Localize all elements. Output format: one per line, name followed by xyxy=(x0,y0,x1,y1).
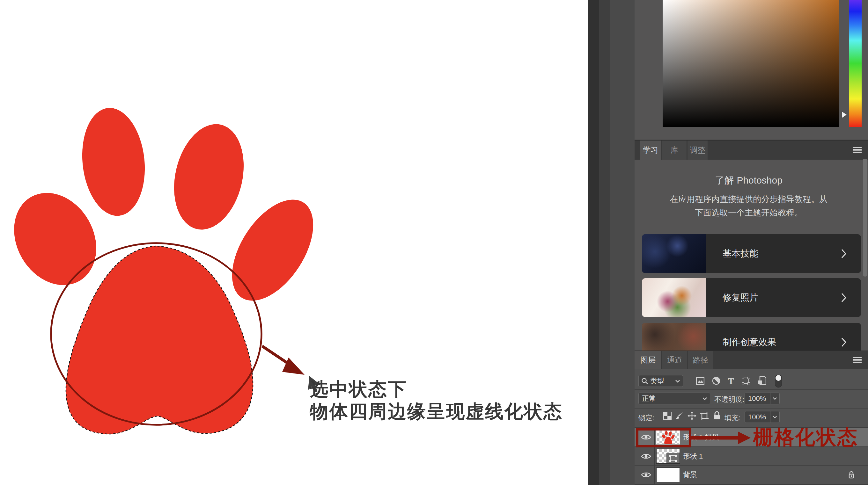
eye-icon[interactable] xyxy=(641,471,651,478)
layer-row-background[interactable]: 背景 xyxy=(634,465,868,484)
lock-position-move-icon[interactable] xyxy=(687,411,697,421)
card-thumbnail-image xyxy=(642,234,706,273)
eye-icon[interactable] xyxy=(641,453,651,460)
chevron-down-icon xyxy=(773,416,777,418)
tab-layers-label: 图层 xyxy=(640,355,656,365)
fill-label: 填充: xyxy=(724,413,740,423)
lock-all-icon[interactable] xyxy=(713,411,720,420)
fill-field[interactable]: 100% xyxy=(745,411,780,423)
separator xyxy=(634,484,868,485)
learn-panel-menu-icon[interactable] xyxy=(853,147,862,153)
card-thumbnail-image xyxy=(642,278,706,317)
shape-layer-filter-icon[interactable] xyxy=(742,377,750,385)
adjustment-layer-filter-icon[interactable] xyxy=(712,377,720,385)
separator xyxy=(634,389,868,390)
separator xyxy=(634,408,868,409)
lock-transparency-icon[interactable] xyxy=(663,412,672,420)
learn-description: 在应用程序内直接提供的分步指导教程。从 下面选取一个主题开始教程。 xyxy=(634,192,863,219)
hue-slider-arrow[interactable] xyxy=(842,111,847,118)
tab-adjustments-label: 调整 xyxy=(690,145,705,155)
lock-label: 锁定: xyxy=(639,413,654,423)
card-title: 修复照片 xyxy=(722,278,758,317)
tab-adjustments[interactable]: 调整 xyxy=(687,140,708,160)
chevron-right-icon xyxy=(841,249,847,259)
tab-paths-label: 路径 xyxy=(693,355,708,365)
layer-thumbnail-background[interactable] xyxy=(656,467,680,482)
vector-mask-icon xyxy=(667,453,680,463)
tutorial-card-repair-photos[interactable]: 修复照片 xyxy=(642,278,861,317)
caption-line-1: 选中状态下 xyxy=(310,378,584,400)
layer-thumbnail-shape[interactable] xyxy=(656,449,680,464)
dock-gutter-strip xyxy=(599,0,610,485)
filter-type-label: 类型 xyxy=(650,376,664,386)
card-thumbnail-image xyxy=(642,323,706,351)
rasterized-annotation-arrow xyxy=(691,431,751,445)
layer-name: 形状 1 xyxy=(683,452,703,461)
lock-artboard-icon[interactable] xyxy=(700,411,709,420)
learn-description-line2: 下面选取一个主题开始教程。 xyxy=(634,206,863,219)
fill-value: 100% xyxy=(748,413,766,421)
card-title: 制作创意效果 xyxy=(722,323,776,351)
filter-toggle-switch[interactable] xyxy=(775,375,782,387)
divider xyxy=(654,465,655,484)
caption-line-2: 物体四周边缘呈现虚线化状态 xyxy=(310,400,584,423)
paw-toe-top-right xyxy=(164,117,253,237)
smart-object-filter-icon[interactable] xyxy=(758,376,766,385)
paw-pad-selected xyxy=(66,246,253,434)
layers-panel-body: 类型 T xyxy=(634,369,868,485)
chevron-right-icon xyxy=(841,337,847,347)
tab-layers[interactable]: 图层 xyxy=(634,351,662,369)
tab-paths[interactable]: 路径 xyxy=(688,351,713,369)
learn-panel-tabbar: 学习 库 调整 xyxy=(634,140,868,160)
card-title: 基本技能 xyxy=(722,234,758,273)
blend-mode-value: 正常 xyxy=(642,394,656,403)
learn-description-line1: 在应用程序内直接提供的分步指导教程。从 xyxy=(634,192,863,206)
pixel-layer-filter-icon[interactable] xyxy=(696,377,705,385)
layers-panel-menu-icon[interactable] xyxy=(853,357,862,363)
canvas-caption: 选中状态下 物体四周边缘呈现虚线化状态 xyxy=(310,378,584,423)
lock-icon xyxy=(848,471,855,479)
color-saturation-field[interactable] xyxy=(663,0,839,127)
layer-name: 背景 xyxy=(683,470,697,480)
layer-filter-type-dropdown[interactable]: 类型 xyxy=(639,375,683,387)
opacity-value: 100% xyxy=(748,394,766,403)
rasterized-layer-highlight-box xyxy=(636,428,691,447)
opacity-field[interactable]: 100% xyxy=(745,393,780,405)
hue-slider[interactable] xyxy=(849,0,862,127)
panel-dock: 学习 库 调整 了解 Photoshop 在应用程序内直接提供的分步指导教程。从… xyxy=(634,0,868,485)
document-canvas[interactable]: 选中状态下 物体四周边缘呈现虚线化状态 xyxy=(0,0,588,485)
photoshop-window: 选中状态下 物体四周边缘呈现虚线化状态 学习 库 调整 xyxy=(0,0,868,485)
chevron-down-icon xyxy=(702,397,707,400)
learn-heading: 了解 Photoshop xyxy=(634,174,863,187)
fill-dropdown-button[interactable] xyxy=(770,411,779,423)
tutorial-card-creative-effects[interactable]: 制作创意效果 xyxy=(642,323,861,351)
chevron-right-icon xyxy=(841,293,847,303)
blend-mode-dropdown[interactable]: 正常 xyxy=(639,393,710,405)
chevron-down-icon xyxy=(773,397,777,400)
layers-panel-tabbar: 图层 通道 路径 xyxy=(634,351,868,369)
rasterized-state-label: 栅格化状态 xyxy=(753,424,859,451)
divider xyxy=(654,447,655,465)
app-background-gutter xyxy=(588,0,599,485)
tab-libraries[interactable]: 库 xyxy=(662,140,687,160)
opacity-dropdown-button[interactable] xyxy=(770,393,779,404)
lock-pixels-brush-icon[interactable] xyxy=(675,411,684,421)
tab-libraries-label: 库 xyxy=(671,145,678,155)
dock-gutter-column xyxy=(610,0,636,485)
tab-channels-label: 通道 xyxy=(667,355,682,365)
paw-toe-top-left xyxy=(77,105,150,219)
tutorial-card-basic-skills[interactable]: 基本技能 xyxy=(642,234,861,273)
type-layer-filter-icon[interactable]: T xyxy=(728,376,734,386)
tab-channels[interactable]: 通道 xyxy=(662,351,687,369)
tab-learn[interactable]: 学习 xyxy=(640,140,661,160)
learn-panel-scrollbar[interactable] xyxy=(863,159,867,277)
opacity-label: 不透明度: xyxy=(714,395,744,405)
search-icon xyxy=(641,378,648,385)
chevron-down-icon xyxy=(675,380,680,383)
learn-panel-body: 了解 Photoshop 在应用程序内直接提供的分步指导教程。从 下面选取一个主… xyxy=(634,159,868,351)
tab-learn-label: 学习 xyxy=(643,145,658,155)
